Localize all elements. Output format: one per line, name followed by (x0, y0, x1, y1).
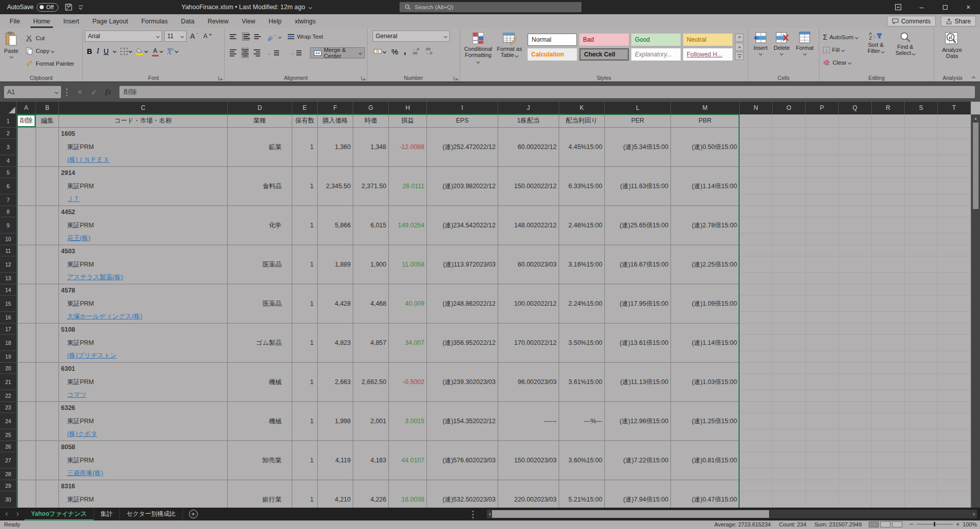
row-header-19[interactable]: 19 (0, 351, 17, 363)
cell-code-market-name[interactable]: 8058東証PRM三菱商事(株) (59, 441, 228, 480)
align-right-button[interactable] (254, 49, 260, 56)
decrease-decimal-button[interactable]: .00→.0 (425, 47, 433, 55)
cell-eps[interactable]: (連)234.542022/12 (427, 206, 498, 245)
fill-button[interactable]: ↓ Fill (821, 44, 860, 55)
row-header-11[interactable]: 11 (0, 245, 17, 256)
scroll-left-icon[interactable] (487, 513, 494, 515)
comments-button[interactable]: Comments (887, 16, 936, 26)
cell-quantity[interactable]: 1 (292, 402, 318, 440)
row-header-15[interactable]: 15 (0, 296, 17, 312)
cell-per[interactable]: (連)12.96倍15:00 (605, 402, 671, 440)
cell-edit[interactable] (36, 284, 59, 323)
merge-center-button[interactable]: Merge & Center (310, 47, 365, 58)
increase-indent-button[interactable]: → (288, 47, 305, 58)
zoom-slider[interactable] (916, 524, 953, 524)
header-cell-K[interactable]: 配当利回り (559, 114, 605, 127)
cell-edit[interactable] (36, 402, 59, 440)
column-header-P[interactable]: P (806, 102, 839, 114)
cell-delete[interactable] (17, 284, 36, 323)
row-header-28[interactable]: 28 (0, 468, 17, 480)
alignment-dialog-launcher[interactable] (361, 76, 365, 80)
cell-delete[interactable] (17, 245, 36, 284)
cell-delete[interactable] (17, 206, 36, 245)
search-input[interactable]: Search (Alt+Q) (400, 2, 581, 12)
close-button[interactable]: × (957, 0, 980, 14)
cell-sector[interactable]: 化学 (228, 206, 292, 245)
cell-code-market-name[interactable]: 8316東証PRM (59, 480, 228, 508)
vertical-scrollbar-thumb[interactable] (973, 123, 978, 209)
stock-code[interactable]: 8058 (59, 441, 227, 452)
insert-function-button[interactable]: fx (101, 88, 115, 96)
cell-dividend[interactable]: 150.002022/12 (498, 167, 559, 205)
zoom-out-button[interactable]: − (909, 520, 913, 528)
cell-quantity[interactable]: 1 (292, 480, 318, 508)
row-header-26[interactable]: 26 (0, 441, 17, 452)
autosave-toggle[interactable]: AutoSave Off (7, 3, 58, 12)
cell-eps[interactable]: (連)203.982022/12 (427, 167, 498, 205)
zoom-slider-thumb[interactable] (934, 522, 935, 526)
cell-sector[interactable]: ゴム製品 (228, 324, 292, 362)
header-cell-I[interactable]: EPS (427, 114, 498, 127)
restore-button[interactable] (933, 0, 957, 14)
cell-yield[interactable]: 2.24%15:00 (559, 284, 605, 323)
page-break-view-button[interactable] (892, 521, 902, 527)
cell-market-price[interactable]: 6,015 (353, 206, 389, 245)
column-header-M[interactable]: M (671, 102, 740, 114)
align-top-button[interactable] (230, 34, 237, 39)
cell-dividend[interactable]: 96.002023/03 (498, 363, 559, 401)
column-header-N[interactable]: N (740, 102, 773, 114)
cell-delete[interactable] (17, 402, 36, 440)
stock-name-link[interactable]: アステラス製薬(株) (67, 274, 123, 281)
collapse-ribbon-button[interactable] (972, 76, 975, 80)
stock-name-link[interactable]: 三菱商事(株) (67, 469, 103, 477)
cell-per[interactable]: (連)25.65倍15:00 (605, 206, 671, 245)
cell-yield[interactable]: 3.16%15:00 (559, 245, 605, 284)
new-sheet-button[interactable]: + (189, 510, 198, 518)
cell-profit-loss[interactable]: 44.0107 (389, 441, 427, 480)
cell-sector[interactable]: 機械 (228, 402, 292, 440)
tab-split-handle[interactable] (472, 511, 474, 518)
cell-per[interactable]: (連)7.94倍15:00 (605, 480, 671, 508)
align-center-button[interactable] (241, 48, 249, 58)
header-cell-B[interactable]: 編集 (36, 114, 59, 127)
cell-yield[interactable]: 4.45%15:00 (559, 128, 605, 166)
cell-sector[interactable]: 食料品 (228, 167, 292, 205)
column-header-T[interactable]: T (938, 102, 971, 114)
cell-sector[interactable]: 鉱業 (228, 128, 292, 166)
stock-market[interactable]: 東証PRM (59, 217, 227, 233)
cell-profit-loss[interactable]: 3.0015 (389, 402, 427, 440)
column-header-S[interactable]: S (905, 102, 938, 114)
column-header-Q[interactable]: Q (839, 102, 872, 114)
fill-color-button[interactable] (136, 48, 147, 55)
ribbon-tab-data[interactable]: Data (174, 14, 201, 28)
cell-eps[interactable]: (連)356.952022/12 (427, 324, 498, 362)
align-bottom-button[interactable] (254, 34, 261, 39)
row-header-22[interactable]: 22 (0, 390, 17, 402)
cell-edit[interactable] (36, 363, 59, 401)
cell-style-calculation[interactable]: Calculation (528, 48, 577, 61)
name-box-dropdown-icon[interactable] (55, 90, 58, 94)
cell-pbr[interactable]: (連)2.78倍15:00 (671, 206, 740, 245)
autosum-button[interactable]: Σ AutoSum (821, 32, 860, 43)
gallery-up-button[interactable] (735, 34, 744, 42)
stock-market[interactable]: 東証PRM (59, 374, 227, 390)
clipboard-dialog-launcher[interactable] (76, 76, 81, 80)
stock-market[interactable]: 東証PRM (59, 335, 227, 351)
cell-profit-loss[interactable]: 149.0254 (389, 206, 427, 245)
cell-delete[interactable] (17, 324, 36, 362)
cell-yield[interactable]: 2.46%15:00 (559, 206, 605, 245)
ribbon-tab-insert[interactable]: Insert (57, 14, 86, 28)
cell-sector[interactable]: 機械 (228, 363, 292, 401)
cell-style-explanatory-[interactable]: Explanatory... (631, 48, 681, 61)
column-header-A[interactable]: A (17, 102, 36, 114)
cancel-entry-button[interactable]: × (73, 88, 87, 96)
stock-market[interactable]: 東証PRM (59, 413, 227, 429)
cell-pbr[interactable]: (連)1.03倍15:00 (671, 363, 740, 401)
stock-market[interactable]: 東証PRM (59, 491, 227, 508)
cell-edit[interactable] (36, 324, 59, 362)
page-layout-view-button[interactable] (880, 521, 891, 527)
row-header-16[interactable]: 16 (0, 312, 17, 324)
cell-buy-price[interactable]: 4,119 (318, 441, 353, 480)
header-cell-D[interactable]: 業種 (228, 114, 292, 127)
cell-yield[interactable]: 3.60%15:00 (559, 441, 605, 480)
